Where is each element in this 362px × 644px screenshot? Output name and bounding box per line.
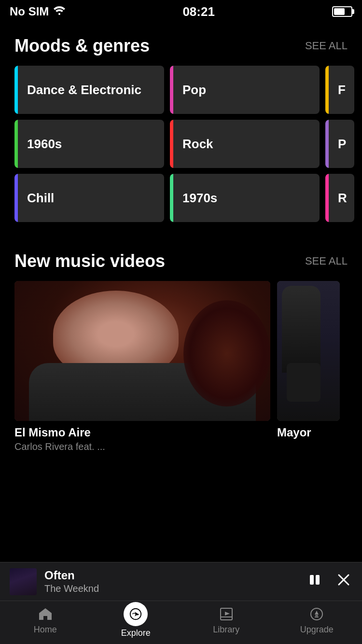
genre-pop[interactable]: Pop (170, 66, 320, 114)
bottom-nav: Home Explore Library (0, 601, 362, 644)
nav-item-explore[interactable]: Explore (91, 602, 181, 638)
wifi-icon (54, 5, 65, 18)
nav-item-upgrade[interactable]: Upgrade (272, 605, 362, 635)
nav-label-library: Library (213, 625, 239, 635)
video-title-el-mismo-aire: El Mismo Aire (14, 426, 270, 439)
status-right (332, 6, 352, 17)
genre-label-pop: Pop (176, 83, 206, 98)
moods-title: Moods & genres (14, 36, 150, 56)
genre-rock[interactable]: Rock (170, 120, 320, 168)
genre-r-partial[interactable]: R (325, 174, 354, 222)
home-icon (37, 605, 54, 623)
svg-rect-2 (316, 575, 320, 585)
video-title-mayor: Mayor (277, 426, 340, 439)
moods-header: Moods & genres SEE ALL (0, 36, 362, 56)
genre-label-chill: Chill (20, 191, 54, 206)
now-playing-artist: The Weeknd (44, 583, 298, 594)
moods-see-all[interactable]: SEE ALL (305, 40, 348, 52)
svg-rect-12 (315, 616, 319, 617)
genre-label-folk-partial: F (331, 83, 346, 98)
library-icon (218, 605, 235, 623)
videos-section: New music videos SEE ALL (0, 251, 362, 452)
pause-button[interactable] (306, 571, 323, 592)
explore-icon (124, 602, 148, 626)
nav-label-home: Home (34, 625, 57, 635)
nav-label-upgrade: Upgrade (300, 625, 334, 635)
carrier-text: No SIM (10, 5, 49, 18)
genre-label-punk-partial: P (331, 137, 346, 152)
battery-icon (332, 6, 352, 17)
genre-1970s[interactable]: 1970s (170, 174, 320, 222)
now-playing-title: Often (44, 569, 298, 582)
genre-punk-partial[interactable]: P (325, 120, 354, 168)
upgrade-icon (308, 605, 325, 623)
video-card-mayor[interactable]: Mayor (277, 281, 340, 452)
status-time: 08:21 (182, 4, 215, 19)
main-content: Moods & genres SEE ALL Dance & Electroni… (0, 21, 362, 452)
svg-rect-11 (315, 615, 318, 616)
moods-section: Moods & genres SEE ALL Dance & Electroni… (0, 36, 362, 222)
videos-see-all[interactable]: SEE ALL (305, 255, 348, 267)
genre-label-r-partial: R (331, 191, 347, 206)
genre-dance-electronic[interactable]: Dance & Electronic (14, 66, 164, 114)
genre-label-rock: Rock (176, 137, 213, 152)
videos-header: New music videos SEE ALL (0, 251, 362, 271)
now-playing-controls (306, 571, 352, 592)
videos-scroll: El Mismo Aire Carlos Rivera feat. ... Ma… (0, 281, 362, 452)
genre-label-1970s: 1970s (176, 191, 217, 206)
genre-folk-partial[interactable]: F (325, 66, 354, 114)
close-button[interactable] (335, 571, 352, 592)
svg-rect-1 (310, 575, 314, 585)
now-playing-thumbnail (10, 568, 37, 595)
genre-label-1960s: 1960s (20, 137, 62, 152)
now-playing-bar: Often The Weeknd (0, 562, 362, 601)
genre-label-dance: Dance & Electronic (20, 83, 141, 98)
status-bar: No SIM 08:21 (0, 0, 362, 21)
genre-chill[interactable]: Chill (14, 174, 164, 222)
status-left: No SIM (10, 5, 65, 18)
nav-item-library[interactable]: Library (181, 605, 272, 635)
nav-label-explore: Explore (121, 628, 151, 638)
nav-item-home[interactable]: Home (0, 605, 91, 635)
now-playing-info: Often The Weeknd (37, 569, 306, 594)
video-subtitle-el-mismo-aire: Carlos Rivera feat. ... (14, 441, 270, 452)
videos-title: New music videos (14, 251, 165, 271)
svg-rect-8 (221, 616, 232, 617)
svg-marker-10 (315, 611, 319, 615)
video-card-el-mismo-aire[interactable]: El Mismo Aire Carlos Rivera feat. ... (14, 281, 270, 452)
svg-point-0 (58, 13, 60, 15)
genre-1960s[interactable]: 1960s (14, 120, 164, 168)
